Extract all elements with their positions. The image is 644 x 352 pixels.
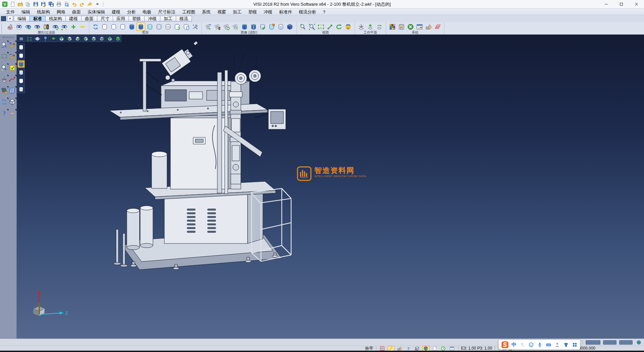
ime-skin-icon[interactable] [563,342,569,348]
workplane-rotate-icon[interactable] [375,23,384,31]
view-right-icon[interactable] [98,35,105,42]
color-grid-icon[interactable] [388,23,397,31]
system-tools-icon[interactable] [406,23,415,31]
menu-实体编辑[interactable]: 实体编辑 [84,9,108,15]
cyl-cyan-icon[interactable] [146,23,154,31]
menu-文件[interactable]: 文件 [3,9,18,15]
tab-加工[interactable]: 加工 [160,16,176,21]
tab-应用[interactable]: 应用 [113,16,129,21]
view-iso-se-icon[interactable] [74,35,81,42]
spline-curve-icon[interactable] [8,75,16,83]
print-icon[interactable] [55,1,62,8]
menu-网格[interactable]: 网格 [53,9,69,15]
cube-arrow-icon[interactable] [414,346,421,351]
view-pin-icon[interactable] [42,35,49,42]
cyl-axis-icon[interactable] [240,23,249,31]
cyl-pale-icon[interactable] [155,23,163,31]
page-eye-icon[interactable] [15,23,23,31]
view-top-icon[interactable] [50,35,57,42]
mesh-grid-icon[interactable] [433,23,442,31]
cyl-wire2-icon[interactable] [17,52,25,59]
validate-check-icon[interactable] [8,63,16,72]
view-frame-icon[interactable] [25,35,33,42]
zoom-view-icon[interactable] [0,41,8,49]
cyl-wire-icon[interactable] [17,43,25,51]
viewport-canvas[interactable]: 智造资料网 INTELLIGENT MANUFACTURING DATA Z [17,35,644,339]
tab-模流[interactable]: 模流 [176,16,192,21]
menu-冲模[interactable]: 冲模 [260,9,276,15]
ime-person-icon[interactable] [554,342,560,348]
menu-曲面[interactable]: 曲面 [69,9,84,15]
tab-冲模[interactable]: 冲模 [144,16,160,21]
cyl-hatched-icon[interactable] [17,85,25,93]
globe-icon[interactable] [635,340,642,345]
eye-plus-arc-icon[interactable] [24,23,33,31]
tab-标准[interactable]: 标准 [30,16,46,21]
workplane-axes-icon[interactable] [357,23,366,31]
zoom-plus-minus-icon[interactable] [299,23,307,31]
cyl-wire2-icon[interactable] [109,23,118,31]
sketch-pencil-icon[interactable] [8,52,16,60]
eye-refresh-icon[interactable] [51,23,60,31]
ime-language-mode[interactable]: 中 [512,342,517,348]
cyl-check-icon[interactable] [258,23,267,31]
menu-建模[interactable]: 建模 [108,9,124,15]
view-orbit-icon[interactable] [34,35,41,42]
menu-?[interactable]: ? [320,9,329,15]
save-icon[interactable] [32,1,39,8]
menu-加工[interactable]: 加工 [229,9,245,15]
attributes-brush-icon[interactable] [6,23,14,31]
cyl-copy-icon[interactable] [182,23,191,31]
cyl-stripe-icon[interactable] [249,23,258,31]
cyl-blue-active-icon[interactable] [137,23,145,31]
traffic-light-icon[interactable] [42,23,51,31]
cubes-refresh-icon[interactable] [222,23,231,31]
menu-塑模[interactable]: 塑模 [245,9,260,15]
minus-yellow-icon[interactable] [78,23,87,31]
workplane-move-icon[interactable] [366,23,375,31]
ime-punct-icon[interactable]: °, [519,342,525,348]
open-folder-icon[interactable] [17,1,23,8]
view-iso-sw-icon[interactable] [82,35,89,42]
menu-电极[interactable]: 电极 [139,9,155,15]
workspace-color-swatch[interactable] [1,16,6,21]
visi-logo-icon[interactable]: V [1,1,8,8]
cyl-tag-icon[interactable] [267,23,276,31]
ime-logo-icon[interactable] [501,341,509,349]
save-as-icon[interactable] [40,1,47,8]
cyl-wire3-icon[interactable] [17,77,25,85]
ime-keyboard-icon[interactable] [545,342,551,348]
cyl-blue-active-icon[interactable] [17,60,25,68]
menu-尺寸标注[interactable]: 尺寸标注 [155,9,179,15]
erase-pencil-icon[interactable] [8,41,16,49]
menu-标准件[interactable]: 标准件 [276,9,296,15]
cyl-wire-icon[interactable] [100,23,109,31]
tab-编辑[interactable]: 编辑 [14,16,30,21]
cubes-eye-plus-icon[interactable] [204,23,213,31]
wrench-tools-icon[interactable] [191,23,200,31]
open-copy-icon[interactable] [24,1,31,8]
tab-建模[interactable]: 建模 [65,16,82,21]
maximize-button[interactable] [614,0,629,8]
cubes-plus-minus-icon[interactable] [231,23,240,31]
minimize-button[interactable] [599,0,614,8]
view-menu-icon[interactable] [17,35,25,42]
zoom-arrow-icon[interactable] [326,23,334,31]
menu-分析[interactable]: 分析 [124,9,139,15]
eye-plus-minus-icon[interactable] [60,23,69,31]
select-hand-icon[interactable] [424,23,433,31]
layers-window-icon[interactable] [8,86,16,95]
view-smiley-icon[interactable] [344,23,353,31]
cyl-pale-icon[interactable] [17,69,25,76]
menu-模流分析[interactable]: 模流分析 [296,9,320,15]
tab-塑膜[interactable]: 塑膜 [128,16,145,21]
cyl-recycle-icon[interactable] [173,23,181,31]
redo-icon[interactable] [78,1,85,8]
window-split-icon[interactable] [449,346,455,351]
undo-icon[interactable] [71,1,77,8]
tab-overflow-dropdown[interactable]: ▼ [7,16,13,21]
refresh-blue-icon[interactable] [91,23,100,31]
view-iso-ne-icon[interactable] [58,35,65,42]
zoom-one-one-icon[interactable]: 1:1 [317,23,325,31]
left-toolbar-grip[interactable] [3,37,14,38]
